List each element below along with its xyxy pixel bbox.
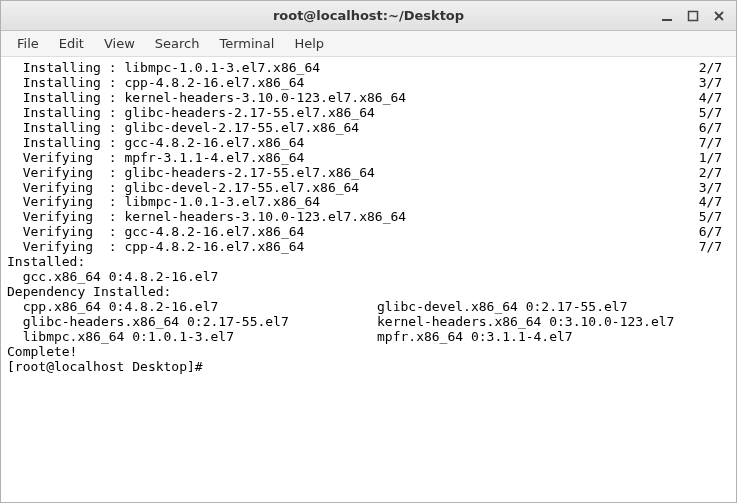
minimize-icon[interactable] bbox=[660, 9, 674, 23]
svg-rect-1 bbox=[689, 11, 698, 20]
menu-terminal[interactable]: Terminal bbox=[209, 33, 284, 54]
terminal-line: [root@localhost Desktop]# bbox=[7, 360, 730, 375]
terminal-line: glibc-headers.x86_64 0:2.17-55.el7kernel… bbox=[7, 315, 730, 330]
terminal-line: Installing : kernel-headers-3.10.0-123.e… bbox=[7, 91, 730, 106]
terminal-line: Verifying : glibc-devel-2.17-55.el7.x86_… bbox=[7, 181, 730, 196]
terminal-line: Verifying : mpfr-3.1.1-4.el7.x86_641/7 bbox=[7, 151, 730, 166]
menu-file[interactable]: File bbox=[7, 33, 49, 54]
terminal-line: Verifying : cpp-4.8.2-16.el7.x86_647/7 bbox=[7, 240, 730, 255]
terminal-line: Installing : gcc-4.8.2-16.el7.x86_647/7 bbox=[7, 136, 730, 151]
terminal-line: Verifying : gcc-4.8.2-16.el7.x86_646/7 bbox=[7, 225, 730, 240]
menubar: File Edit View Search Terminal Help bbox=[1, 31, 736, 57]
window-title: root@localhost:~/Desktop bbox=[9, 8, 728, 23]
menu-search[interactable]: Search bbox=[145, 33, 210, 54]
menu-help[interactable]: Help bbox=[284, 33, 334, 54]
titlebar: root@localhost:~/Desktop bbox=[1, 1, 736, 31]
terminal-line: Installing : glibc-devel-2.17-55.el7.x86… bbox=[7, 121, 730, 136]
menu-view[interactable]: View bbox=[94, 33, 145, 54]
terminal-line: Verifying : libmpc-1.0.1-3.el7.x86_644/7 bbox=[7, 195, 730, 210]
terminal-line: Verifying : glibc-headers-2.17-55.el7.x8… bbox=[7, 166, 730, 181]
close-icon[interactable] bbox=[712, 9, 726, 23]
terminal-line: Installing : cpp-4.8.2-16.el7.x86_643/7 bbox=[7, 76, 730, 91]
terminal-line: libmpc.x86_64 0:1.0.1-3.el7mpfr.x86_64 0… bbox=[7, 330, 730, 345]
terminal-line: Installing : libmpc-1.0.1-3.el7.x86_642/… bbox=[7, 61, 730, 76]
terminal-line: Installing : glibc-headers-2.17-55.el7.x… bbox=[7, 106, 730, 121]
terminal-line: gcc.x86_64 0:4.8.2-16.el7 bbox=[7, 270, 730, 285]
menu-edit[interactable]: Edit bbox=[49, 33, 94, 54]
maximize-icon[interactable] bbox=[686, 9, 700, 23]
window-controls bbox=[660, 9, 726, 23]
terminal-line: Dependency Installed: bbox=[7, 285, 730, 300]
terminal-line: Installed: bbox=[7, 255, 730, 270]
terminal-line: Complete! bbox=[7, 345, 730, 360]
terminal-line: cpp.x86_64 0:4.8.2-16.el7glibc-devel.x86… bbox=[7, 300, 730, 315]
terminal-output[interactable]: Installing : libmpc-1.0.1-3.el7.x86_642/… bbox=[1, 57, 736, 502]
terminal-line: Verifying : kernel-headers-3.10.0-123.el… bbox=[7, 210, 730, 225]
